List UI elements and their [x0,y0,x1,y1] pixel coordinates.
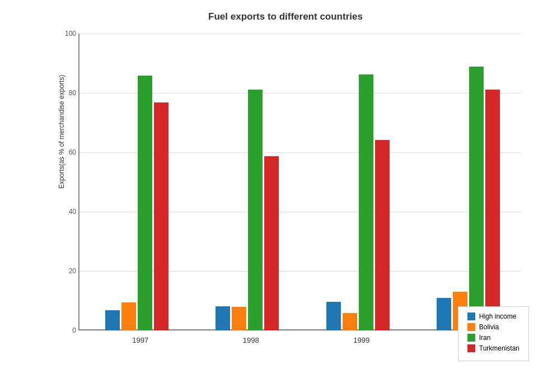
x-label-1998: 1998 [240,336,262,344]
legend: High income Bolivia Iran Turkmenistan [458,306,529,361]
y-tick-label: 80 [69,89,76,97]
chart-container: Fuel exports to different countries Expo… [0,0,543,392]
bar-iran-1999[interactable] [359,74,373,330]
bar-bolivia-1999[interactable] [343,313,357,330]
legend-label-turkmenistan: Turkmenistan [479,344,519,352]
legend-color-turkmenistan [467,344,475,352]
legend-item-iran: Iran [467,334,519,342]
bar-turkmenistan-1997[interactable] [154,102,168,330]
grid-line [79,34,521,34]
bar-turkmenistan-1999[interactable] [375,140,390,330]
y-tick-label: 0 [72,326,76,334]
legend-color-bolivia [467,323,475,331]
x-label-1997: 1997 [129,336,152,344]
bar-high_income-1998[interactable] [216,306,230,330]
legend-item-bolivia: Bolivia [467,323,519,331]
legend-label-high-income: High income [479,312,517,320]
legend-item-high-income: High income [467,312,519,320]
bar-bolivia-1998[interactable] [232,307,246,330]
chart-area: 0204060801001997199819992000 [78,34,521,330]
legend-label-bolivia: Bolivia [479,323,499,331]
bar-bolivia-1997[interactable] [121,302,136,330]
legend-item-turkmenistan: Turkmenistan [467,344,519,352]
legend-label-iran: Iran [479,334,491,342]
bar-high_income-1999[interactable] [326,302,341,330]
x-label-1999: 1999 [350,336,373,344]
bar-high_income-1997[interactable] [105,310,120,330]
legend-color-high-income [467,312,475,320]
chart-title: Fuel exports to different countries [39,11,532,22]
y-tick-label: 20 [69,267,76,275]
y-tick-label: 60 [69,148,76,156]
bar-iran-1997[interactable] [138,76,152,330]
y-tick-label: 100 [65,30,76,38]
bar-turkmenistan-2000[interactable] [485,90,500,330]
grid-line [79,330,521,331]
bar-turkmenistan-1998[interactable] [264,156,279,330]
y-axis-label: Exports(as % of merchandise exports) [58,77,65,189]
y-tick-label: 40 [69,208,76,216]
bar-iran-2000[interactable] [469,67,484,330]
bar-iran-1998[interactable] [248,90,263,330]
legend-color-iran [467,334,475,342]
bar-high_income-2000[interactable] [437,298,451,330]
